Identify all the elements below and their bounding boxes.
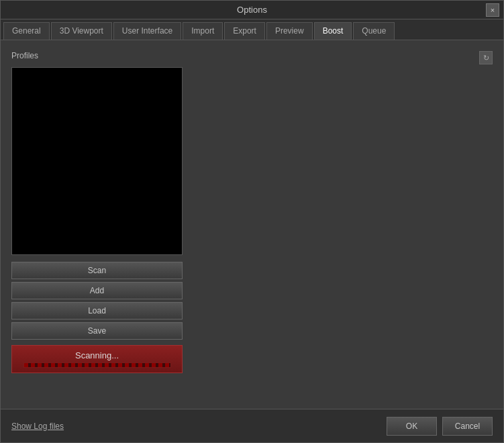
dialog-buttons: OK Cancel <box>387 417 493 436</box>
tab-user-interface[interactable]: User Interface <box>113 22 181 40</box>
profiles-header: Profiles ↻ <box>11 51 493 64</box>
tab-queue[interactable]: Queue <box>353 22 395 40</box>
cancel-button[interactable]: Cancel <box>442 417 493 436</box>
add-button[interactable]: Add <box>11 282 183 299</box>
load-button[interactable]: Load <box>11 302 183 319</box>
action-buttons: Scan Add Load Save <box>11 262 183 340</box>
dialog-window: Options × General 3D Viewport User Inter… <box>0 0 504 443</box>
profiles-list[interactable] <box>11 67 183 255</box>
content-area: Profiles ↻ Scan Add Load Save Scanning..… <box>1 40 503 409</box>
save-button[interactable]: Save <box>11 322 183 340</box>
title-bar: Options × <box>1 1 503 19</box>
scanning-status: Scanning... <box>11 345 183 373</box>
tab-import[interactable]: Import <box>183 22 223 40</box>
tab-export[interactable]: Export <box>224 22 265 40</box>
refresh-button[interactable]: ↻ <box>479 51 493 64</box>
bottom-bar: Show Log files OK Cancel <box>1 409 503 442</box>
scanning-label: Scanning... <box>75 350 119 360</box>
tab-bar: General 3D Viewport User Interface Impor… <box>1 19 503 40</box>
progress-bar-fill <box>24 363 170 367</box>
tab-preview[interactable]: Preview <box>266 22 313 40</box>
tab-general[interactable]: General <box>3 22 50 40</box>
progress-bar-track <box>23 362 171 368</box>
tab-3d-viewport[interactable]: 3D Viewport <box>51 22 112 40</box>
ok-button[interactable]: OK <box>387 417 437 436</box>
scan-button[interactable]: Scan <box>11 262 183 279</box>
window-title: Options <box>237 5 267 15</box>
close-button[interactable]: × <box>486 3 499 17</box>
tab-boost[interactable]: Boost <box>314 22 352 40</box>
profiles-label: Profiles <box>11 51 38 60</box>
show-log-link[interactable]: Show Log files <box>11 422 64 431</box>
